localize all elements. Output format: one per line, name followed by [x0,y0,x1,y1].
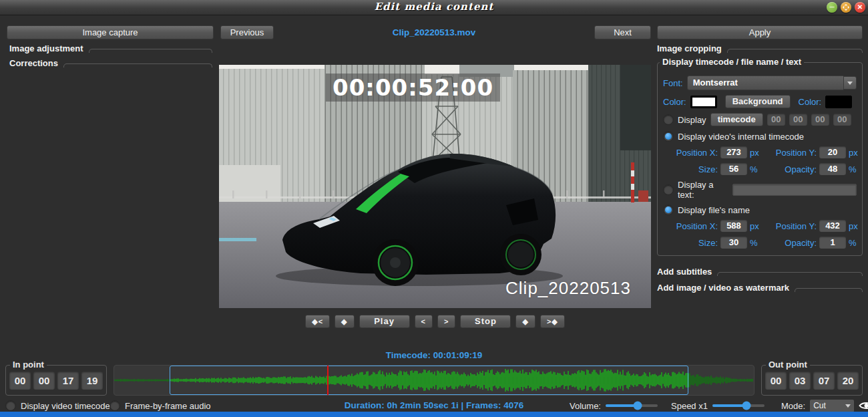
px-unit: px [750,221,762,231]
in-point-group: In point 00 00 17 19 [5,365,107,396]
audio-waveform-timeline[interactable] [114,365,754,396]
internal-timecode-label: Display video's internal timecode [678,132,804,142]
text-color-swatch[interactable] [690,96,717,108]
px-unit: px [849,148,861,158]
in-point-seconds-field[interactable]: 17 [57,372,79,390]
out-point-seconds-field[interactable]: 07 [813,372,835,390]
percent-unit: % [750,164,762,174]
volume-control: Volume: [570,400,658,412]
preview-visibility-button[interactable] [859,401,868,410]
tc-size-field[interactable]: 56 [720,163,747,175]
play-button[interactable]: Play [359,315,410,328]
background-button[interactable]: Background [725,95,791,108]
next-frame-button[interactable]: > [437,315,455,328]
timecode-mode-button[interactable]: timecode [710,113,763,126]
mode-select[interactable]: Cut [810,400,854,412]
jump-to-in-button[interactable]: ◆< [305,315,330,328]
set-in-marker-button[interactable]: ◆ [335,315,354,328]
divider [795,288,863,292]
font-dropdown-arrow[interactable] [843,76,857,90]
mode-control: Mode: Cut [781,400,868,412]
stop-button[interactable]: Stop [460,315,511,328]
playhead-marker[interactable] [327,366,329,395]
maximize-button[interactable] [841,2,851,13]
percent-unit: % [849,164,861,174]
display-timecode-radio[interactable] [663,114,674,125]
tc-position-x-field[interactable]: 273 [720,146,747,158]
internal-timecode-radio[interactable] [663,131,674,142]
section-add-watermark-label: Add image / video as watermark [657,283,789,293]
image-capture-button[interactable]: Image capture [7,25,214,39]
close-button[interactable]: ✕ [855,2,865,13]
background-color-swatch[interactable] [825,96,852,108]
in-point-minutes-field[interactable]: 00 [33,372,55,390]
divider [63,63,212,67]
tc-opacity-field[interactable]: 48 [819,163,846,175]
name-opacity-field[interactable]: 1 [819,237,846,249]
in-point-hours-field[interactable]: 00 [9,372,31,390]
tc-position-y-field[interactable]: 20 [819,146,846,158]
name-size-label: Size: [671,238,718,248]
out-point-frames-field[interactable]: 20 [837,372,859,390]
in-point-title: In point [10,360,47,370]
tc-size-label: Size: [671,164,718,174]
section-add-subtitles-label: Add subtitles [657,267,712,277]
speed-slider-thumb[interactable] [742,402,750,410]
chevron-down-icon [847,82,853,85]
section-corrections[interactable]: Corrections [9,58,212,68]
name-size-field[interactable]: 30 [720,237,747,249]
out-point-minutes-field[interactable]: 03 [789,372,811,390]
in-out-selection-region[interactable] [170,366,688,395]
speed-label: Speed x1 [671,401,708,411]
section-image-adjustment[interactable]: Image adjustment [9,43,212,53]
divider [89,49,212,53]
section-image-adjustment-label: Image adjustment [9,43,83,53]
current-clip-filename: Clip_20220513.mov [280,27,588,37]
timecode-frames-field: 00 [833,114,851,126]
chevron-down-icon [845,404,851,408]
app-window: Edit media content ─ ✕ Image capture Pre… [0,0,868,417]
tc-opacity-label: Opacity: [767,164,817,174]
eye-icon [859,401,868,410]
out-point-title: Out point [766,360,810,370]
expand-icon [843,4,849,11]
previous-button[interactable]: Previous [220,25,274,39]
section-add-subtitles[interactable]: Add subtitles [657,267,863,277]
divider [727,49,863,53]
display-text-label: Display a text: [678,180,728,200]
timecode-status: Timecode: 00:01:09:19 [0,350,868,360]
minus-icon: ─ [829,4,834,11]
tc-position-y-label: Position Y: [767,148,817,158]
mode-value: Cut [813,401,843,410]
window-title: Edit media content [0,1,868,13]
in-point-frames-field[interactable]: 19 [81,372,103,390]
display-text-radio[interactable] [663,184,674,195]
apply-button[interactable]: Apply [657,25,863,39]
section-image-cropping[interactable]: Image cropping [657,43,863,53]
name-position-y-field[interactable]: 432 [819,220,846,232]
display-group-title: Display timecode / file name / text [660,57,804,67]
set-out-marker-button[interactable]: ◆ [515,315,535,328]
speed-control: Speed x1 [671,400,765,412]
name-position-x-field[interactable]: 588 [720,220,747,232]
next-button[interactable]: Next [594,25,651,39]
bottom-accent-bar [0,412,868,417]
section-add-watermark[interactable]: Add image / video as watermark [657,283,863,293]
minimize-button[interactable]: ─ [827,2,837,13]
jump-to-out-button[interactable]: >◆ [540,315,565,328]
px-unit: px [849,221,861,231]
close-icon: ✕ [857,4,863,11]
speed-slider[interactable] [712,404,765,407]
out-point-hours-field[interactable]: 00 [765,372,787,390]
percent-unit: % [849,238,861,248]
custom-text-input[interactable] [732,184,857,196]
text-color-label: Color: [663,97,686,107]
font-dropdown[interactable]: Montserrat [687,76,843,90]
volume-slider-thumb[interactable] [634,402,642,410]
display-filename-radio[interactable] [663,204,674,215]
name-position-x-label: Position X: [671,221,718,231]
previous-frame-button[interactable]: < [415,315,433,328]
background-color-label: Color: [799,97,822,107]
volume-slider[interactable] [606,404,658,407]
timecode-seconds-field: 00 [811,114,829,126]
